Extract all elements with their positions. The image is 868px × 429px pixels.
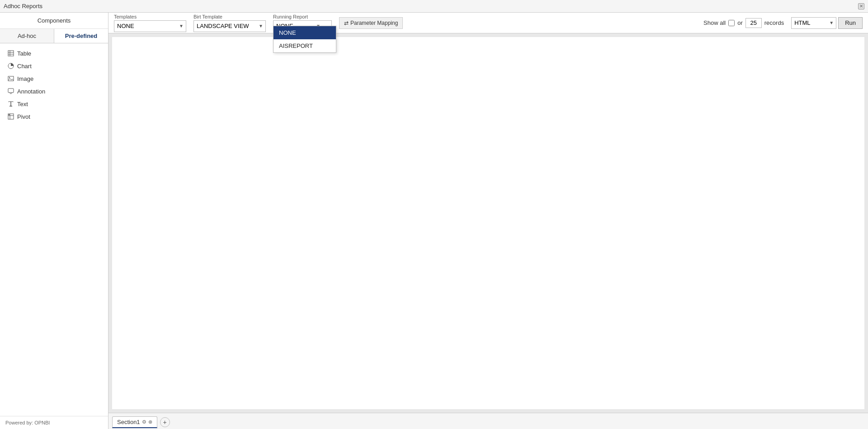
sidebar-header: Components [0,13,108,29]
tab-adhoc[interactable]: Ad-hoc [0,29,54,43]
sidebar-footer: Powered by: OPNBI [0,416,108,429]
birt-template-select-wrapper: LANDSCAPE VIEW ▼ [193,20,266,32]
records-area: Show all or records [703,18,784,28]
content-area: Templates NONE ▼ Birt Template LANDSCAPE… [108,13,868,429]
sidebar-item-pivot[interactable]: Pivot [0,110,108,123]
title-bar: Adhoc Reports ✕ [0,0,868,13]
dropdown-item-aisreport[interactable]: AISREPORT [274,39,336,52]
image-icon [7,75,14,82]
parameter-mapping-button[interactable]: ⇄ Parameter Mapping [339,17,403,29]
templates-group: Templates NONE ▼ [114,14,186,32]
close-button[interactable]: ✕ [858,3,864,9]
sidebar-tabs: Ad-hoc Pre-defined [0,29,108,43]
sidebar-item-chart[interactable]: Chart [0,60,108,72]
sidebar-item-text[interactable]: Text [0,98,108,110]
show-all-checkbox[interactable] [728,20,735,26]
sidebar-item-pivot-label: Pivot [17,113,30,120]
templates-label: Templates [114,14,186,19]
sidebar-item-annotation-label: Annotation [17,88,45,95]
birt-template-label: Birt Template [193,14,266,19]
section1-tab[interactable]: Section1 ⚙ ⊗ [112,416,157,428]
canvas-area [108,33,868,413]
pivot-icon [7,113,14,120]
svg-rect-7 [8,89,14,93]
templates-select-wrapper: NONE ▼ [114,20,186,32]
run-button[interactable]: Run [838,17,863,29]
section1-settings-icon[interactable]: ⚙ [142,419,146,425]
add-section-button[interactable]: + [160,417,170,427]
tab-predefined[interactable]: Pre-defined [54,29,108,43]
running-report-dropdown: NONE AISREPORT [273,26,336,53]
or-label: or [737,19,743,26]
records-label: records [764,19,784,26]
chart-icon [7,62,14,70]
svg-rect-13 [9,114,9,115]
running-report-label: Running Report [273,14,332,19]
canvas-wrapper [108,33,868,413]
canvas-inner [112,37,864,409]
svg-rect-5 [8,76,14,81]
format-select-wrapper: HTML PDF CSV ▼ [791,17,836,29]
svg-rect-0 [8,51,14,56]
templates-select[interactable]: NONE [114,20,186,32]
format-select[interactable]: HTML PDF CSV [791,17,836,29]
birt-template-select[interactable]: LANDSCAPE VIEW [193,20,266,32]
sidebar-item-text-label: Text [17,101,28,107]
show-all-label: Show all [703,19,726,26]
bottom-tabs: Section1 ⚙ ⊗ + [108,413,868,429]
running-report-group: Running Report NONE ▼ NONE AISREPORT [273,14,332,32]
format-run-group: HTML PDF CSV ▼ Run [791,17,863,29]
param-mapping-arrows-icon: ⇄ [344,20,349,26]
table-icon [7,50,14,57]
param-mapping-label: Parameter Mapping [350,20,398,26]
app-title: Adhoc Reports [4,3,42,9]
toolbar: Templates NONE ▼ Birt Template LANDSCAPE… [108,13,868,33]
section1-tab-label: Section1 [117,419,140,425]
records-input[interactable] [745,18,762,28]
dropdown-item-none[interactable]: NONE [274,26,336,39]
sidebar-item-table-label: Table [17,50,31,57]
sidebar-item-chart-label: Chart [17,63,32,70]
section1-close-icon[interactable]: ⊗ [148,419,152,425]
sidebar: Components Ad-hoc Pre-defined Table [0,13,108,429]
sidebar-items: Table Chart [0,43,108,416]
birt-template-group: Birt Template LANDSCAPE VIEW ▼ [193,14,266,32]
sidebar-item-image-label: Image [17,75,33,82]
text-icon [7,100,14,107]
main-layout: Components Ad-hoc Pre-defined Table [0,13,868,429]
sidebar-item-table[interactable]: Table [0,47,108,60]
sidebar-item-annotation[interactable]: Annotation [0,85,108,98]
sidebar-item-image[interactable]: Image [0,72,108,85]
annotation-icon [7,88,14,95]
svg-point-6 [9,77,10,78]
